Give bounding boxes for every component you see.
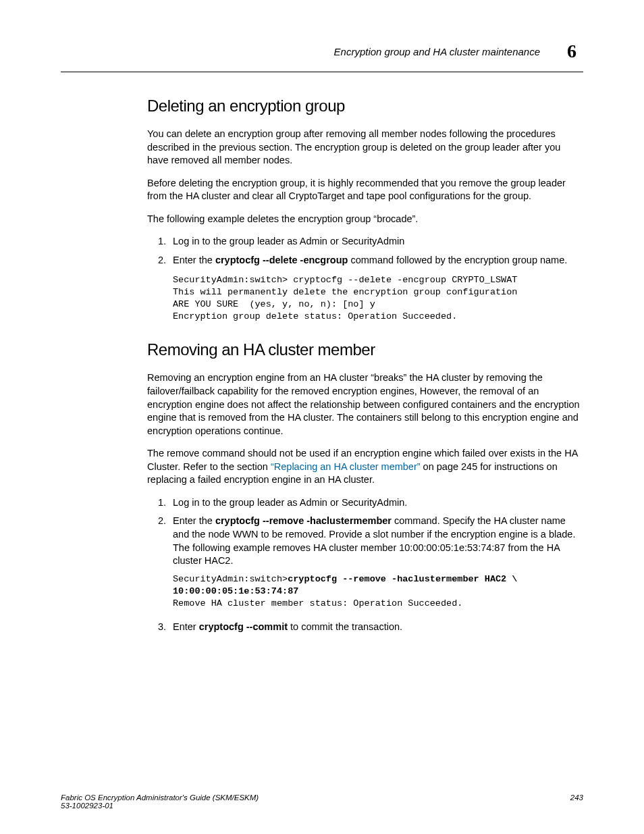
section2-paragraph-1: Removing an encryption engine from an HA… xyxy=(147,371,583,438)
step2-command: cryptocfg --delete -encgroup xyxy=(215,255,348,265)
page-footer: Fabric OS Encryption Administrator's Gui… xyxy=(61,793,583,810)
section1-paragraph-2: Before deleting the encryption group, it… xyxy=(147,177,583,203)
header-divider xyxy=(61,72,583,72)
section2-code-block: SecurityAdmin:switch>cryptocfg --remove … xyxy=(173,573,583,610)
s2-step2-pre: Enter the xyxy=(173,515,215,526)
footer-doc-title: Fabric OS Encryption Administrator's Gui… xyxy=(61,793,259,802)
section2-paragraph-2: The remove command should not be used if… xyxy=(147,447,583,487)
step2-text-pre: Enter the xyxy=(173,255,215,265)
chapter-number: 6 xyxy=(567,41,576,62)
s2-step2-command: cryptocfg --remove -haclustermember xyxy=(215,515,392,526)
section1-code-block: SecurityAdmin:switch> cryptocfg --delete… xyxy=(173,274,583,323)
main-content: Deleting an encryption group You can del… xyxy=(61,97,583,634)
section2-step-3: Enter cryptocfg --commit to commit the t… xyxy=(169,621,583,634)
section2-step-2: Enter the cryptocfg --remove -haclusterm… xyxy=(169,515,583,610)
footer-doc-number: 53-1002923-01 xyxy=(61,802,113,810)
section1-steps: Log in to the group leader as Admin or S… xyxy=(147,235,583,267)
page-header: Encryption group and HA cluster maintena… xyxy=(61,41,583,62)
header-section-title: Encryption group and HA cluster maintena… xyxy=(334,46,540,57)
step2-text-post: command followed by the encryption group… xyxy=(348,255,567,265)
section1-paragraph-3: The following example deletes the encryp… xyxy=(147,213,583,226)
cross-reference-link[interactable]: “Replacing an HA cluster member” xyxy=(271,461,421,472)
section1-paragraph-1: You can delete an encryption group after… xyxy=(147,128,583,167)
s2-step3-pre: Enter xyxy=(173,621,199,632)
section2-steps: Log in to the group leader as Admin or S… xyxy=(147,496,583,634)
code-output: Remove HA cluster member status: Operati… xyxy=(173,598,462,608)
code-prompt: SecurityAdmin:switch> xyxy=(173,574,288,584)
section1-heading: Deleting an encryption group xyxy=(147,97,583,115)
section1-step-1: Log in to the group leader as Admin or S… xyxy=(169,235,583,249)
section2-step-1: Log in to the group leader as Admin or S… xyxy=(169,496,583,510)
footer-left: Fabric OS Encryption Administrator's Gui… xyxy=(61,793,259,810)
s2-step3-command: cryptocfg --commit xyxy=(199,621,288,632)
footer-page-number: 243 xyxy=(570,793,583,810)
section2-heading: Removing an HA cluster member xyxy=(147,340,583,359)
s2-step3-post: to commit the transaction. xyxy=(288,621,402,632)
section1-step-2: Enter the cryptocfg --delete -encgroup c… xyxy=(169,254,583,267)
